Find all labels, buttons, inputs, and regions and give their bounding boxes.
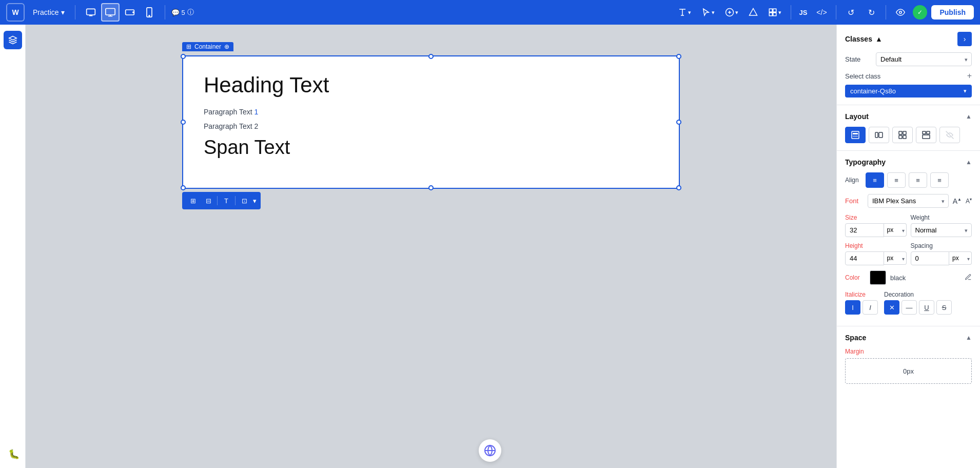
canvas-paragraph-1[interactable]: Paragraph Text 1	[204, 108, 658, 116]
height-input[interactable]	[845, 251, 884, 265]
weight-group: Weight ThinLightNormalMediumSemi BoldBol…	[911, 214, 972, 237]
preview-btn[interactable]	[892, 4, 909, 21]
bottom-globe-btn[interactable]	[479, 439, 501, 462]
color-swatch[interactable]	[870, 270, 886, 285]
svg-rect-24	[923, 135, 930, 139]
logo-button[interactable]: W	[6, 3, 25, 22]
topbar-divider-2	[165, 5, 165, 20]
user-avatar[interactable]: ✓	[913, 5, 927, 20]
layout-flex-row-btn[interactable]	[869, 127, 889, 143]
element-dropdown-btn[interactable]: ▾	[253, 197, 257, 205]
device-mobile-btn[interactable]	[140, 3, 159, 22]
device-desktop-large-btn[interactable]	[101, 3, 120, 22]
topbar-divider-3	[791, 5, 791, 20]
device-desktop-btn[interactable]	[82, 3, 100, 22]
svg-rect-18	[899, 131, 902, 134]
deco-none-btn[interactable]: ✕	[884, 300, 899, 315]
resize-handle-bl[interactable]	[181, 185, 186, 190]
italic-normal-btn[interactable]: I	[845, 300, 860, 315]
canvas-paragraph-2[interactable]: Paragraph Text 2	[204, 122, 658, 130]
add-tool-btn[interactable]: ▾	[722, 6, 741, 19]
height-unit-select[interactable]: pxemrem	[884, 251, 907, 265]
canvas-box[interactable]: Heading Text Paragraph Text 1 Paragraph …	[182, 55, 680, 189]
class-chip[interactable]: container-Qs8o ▾	[845, 85, 972, 98]
add-class-btn[interactable]: +	[967, 71, 972, 81]
element-text-btn[interactable]: T	[220, 194, 233, 207]
size-unit-select[interactable]: pxemrem%	[884, 223, 907, 237]
italic-group: Italicize I I	[845, 291, 878, 315]
italic-italic-btn[interactable]: I	[863, 300, 878, 315]
svg-rect-17	[879, 132, 883, 138]
comments-badge[interactable]: 💬 5 ⓘ	[171, 8, 194, 17]
shape-tool-btn[interactable]	[746, 6, 761, 19]
svg-point-3	[132, 12, 133, 13]
align-right-btn[interactable]: ≡	[909, 172, 927, 188]
text-tool-btn[interactable]: ▾	[675, 6, 694, 19]
undo-btn[interactable]: ↺	[842, 4, 859, 21]
publish-button[interactable]: Publish	[931, 5, 974, 20]
height-group: Height pxemrem	[845, 242, 907, 265]
resize-handle-rm[interactable]	[676, 120, 681, 125]
color-name: black	[890, 274, 961, 282]
element-component-btn[interactable]: ⊡	[238, 194, 251, 207]
js-label[interactable]: JS	[797, 9, 810, 16]
layout-block-btn[interactable]	[845, 127, 866, 143]
typography-collapse-btn: ▲	[966, 159, 972, 166]
project-name[interactable]: Practice ▾	[29, 6, 69, 18]
resize-handle-br[interactable]	[676, 185, 681, 190]
svg-rect-19	[903, 131, 906, 134]
canvas-heading[interactable]: Heading Text	[204, 73, 658, 98]
bug-icon-btn[interactable]: 🐛	[8, 449, 19, 460]
decoration-label: Decoration	[884, 291, 952, 298]
layout-section-header[interactable]: Layout ▲	[845, 112, 972, 121]
font-decrease-btn[interactable]: A▾	[966, 197, 972, 205]
resize-handle-tm[interactable]	[428, 54, 434, 59]
spacing-input[interactable]	[911, 251, 950, 265]
layout-hidden-btn[interactable]	[939, 127, 960, 143]
align-justify-btn[interactable]: ≡	[930, 172, 949, 188]
align-left-btn[interactable]: ≡	[866, 172, 884, 188]
state-select[interactable]: Default Hover Focus Active	[876, 52, 972, 66]
space-header[interactable]: Space ▲	[845, 334, 972, 342]
font-increase-btn[interactable]: A▲	[953, 197, 962, 205]
layout-flex-wrap-btn[interactable]	[916, 127, 936, 143]
classes-header: Classes ▲ ›	[845, 32, 972, 46]
color-row: Color black	[845, 270, 972, 285]
svg-marker-7	[749, 9, 757, 16]
main-content: ⊞ Container ⊕ Heading Text Paragraph Tex…	[0, 25, 980, 468]
left-sidebar	[0, 25, 26, 468]
deco-underline-btn[interactable]: U	[919, 300, 934, 315]
code-editor-btn[interactable]: </>	[813, 4, 830, 21]
spacing-unit-select[interactable]: pxemrem	[949, 251, 972, 265]
align-options: ≡ ≡ ≡ ≡	[866, 172, 949, 188]
deco-strikethrough-btn[interactable]: S	[936, 300, 952, 315]
classes-expand-btn[interactable]: ›	[957, 32, 972, 46]
layers-btn[interactable]	[4, 31, 22, 49]
color-picker-btn[interactable]	[965, 274, 972, 282]
svg-rect-23	[927, 131, 930, 134]
canvas-span[interactable]: Span Text	[204, 136, 290, 158]
resize-handle-tr[interactable]	[676, 54, 681, 59]
typography-section-header[interactable]: Typography ▲	[845, 158, 972, 166]
layout-options	[845, 127, 972, 143]
resize-handle-tl[interactable]	[181, 54, 186, 59]
class-chip-dropdown-icon: ▾	[964, 88, 967, 94]
resize-handle-bm[interactable]	[428, 185, 434, 190]
font-select[interactable]: IBM Plex Sans Arial Georgia	[868, 194, 949, 208]
height-input-wrap: pxemrem	[845, 251, 907, 265]
size-input[interactable]	[845, 223, 884, 237]
weight-select[interactable]: ThinLightNormalMediumSemi BoldBoldExtra …	[911, 223, 972, 237]
align-center-btn[interactable]: ≡	[887, 172, 906, 188]
height-unit-wrap: pxemrem	[884, 251, 907, 265]
device-tablet-landscape-btn[interactable]	[121, 3, 139, 22]
canvas-link-1[interactable]: 1	[254, 108, 259, 116]
redo-btn[interactable]: ↻	[863, 4, 879, 21]
layout-grid-btn[interactable]	[892, 127, 913, 143]
deco-line-btn[interactable]: —	[901, 300, 917, 315]
resize-handle-lm[interactable]	[181, 120, 186, 125]
cursor-tool-btn[interactable]: ▾	[698, 6, 718, 19]
state-select-wrap: Default Hover Focus Active	[876, 52, 972, 66]
element-grid-btn[interactable]: ⊟	[202, 194, 215, 207]
component-tool-btn[interactable]: ▾	[765, 6, 785, 19]
element-move-btn[interactable]: ⊞	[186, 194, 200, 207]
